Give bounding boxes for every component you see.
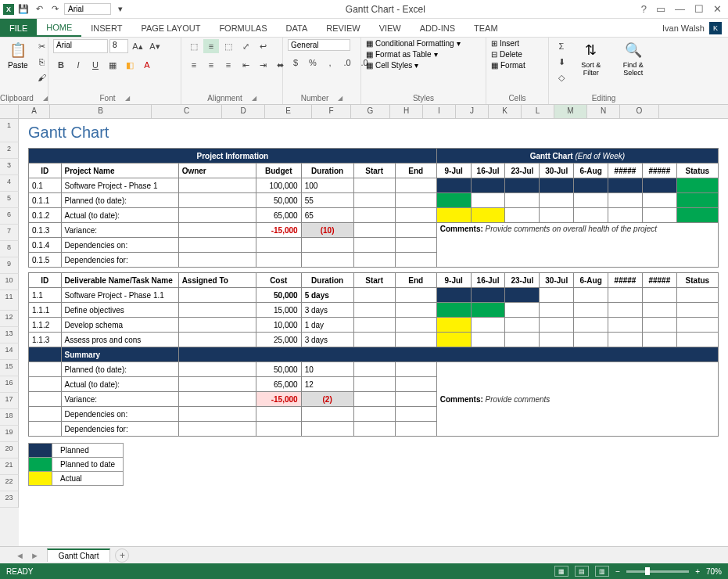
row-1[interactable]: 1	[0, 119, 19, 142]
clipboard-launcher[interactable]: ◢	[43, 95, 48, 102]
font-size-box[interactable]: 8	[109, 39, 128, 53]
table-row[interactable]: 1.1.1Define objectives 15,0003 days	[29, 303, 719, 318]
row-18[interactable]: 18	[0, 409, 19, 426]
zoom-out-icon[interactable]: −	[615, 567, 620, 576]
undo-icon[interactable]: ↶	[33, 3, 45, 16]
help-icon[interactable]: ?	[641, 3, 647, 15]
redo-icon[interactable]: ↷	[48, 3, 61, 16]
border-icon[interactable]: ▦	[105, 58, 120, 72]
indent-dec-icon[interactable]: ⇤	[238, 58, 253, 72]
paste-button[interactable]: 📋 Paste	[5, 39, 31, 71]
format-button[interactable]: ▦Format	[491, 61, 525, 70]
sheet-nav-next-icon[interactable]: ►	[30, 551, 39, 560]
row-11[interactable]: 11	[0, 290, 19, 311]
align-middle-icon[interactable]: ≡	[203, 39, 219, 53]
align-bottom-icon[interactable]: ⬚	[221, 39, 236, 53]
tab-page-layout[interactable]: PAGE LAYOUT	[131, 19, 210, 37]
tab-home[interactable]: HOME	[37, 19, 81, 37]
col-j[interactable]: J	[456, 105, 489, 118]
row-7[interactable]: 7	[0, 225, 19, 241]
maximize-icon[interactable]: ☐	[694, 3, 704, 15]
delete-button[interactable]: ⊟Delete	[491, 50, 522, 59]
tab-data[interactable]: DATA	[277, 19, 317, 37]
indent-inc-icon[interactable]: ⇥	[255, 58, 271, 72]
currency-icon[interactable]: $	[288, 56, 303, 70]
table-row[interactable]: 0.1.1Planned (to date): 50,00055	[29, 193, 719, 208]
sheet-tab-gantt[interactable]: Gantt Chart	[47, 548, 111, 562]
zoom-level[interactable]: 70%	[706, 567, 722, 576]
table-row[interactable]: 1.1Software Project - Phase 1.1 50,0005 …	[29, 288, 719, 303]
format-as-table-button[interactable]: ▦Format as Table▾	[366, 50, 438, 59]
col-m[interactable]: M	[554, 105, 587, 118]
format-painter-icon[interactable]: 🖌	[34, 70, 50, 85]
wrap-text-icon[interactable]: ↩	[255, 39, 271, 53]
table-row[interactable]: 0.1Software Project - Phase 1 100,000100	[29, 178, 719, 193]
row-20[interactable]: 20	[0, 442, 19, 459]
fill-color-icon[interactable]: ◧	[122, 58, 138, 72]
font-launcher[interactable]: ◢	[125, 95, 130, 102]
align-right-icon[interactable]: ≡	[221, 58, 236, 72]
table-row[interactable]: 1.1.2Develop schema 10,0001 day	[29, 318, 719, 333]
row-8[interactable]: 8	[0, 241, 19, 257]
font-name-box[interactable]: Arial	[53, 39, 108, 53]
row-10[interactable]: 10	[0, 274, 19, 290]
view-page-layout-icon[interactable]: ▤	[575, 566, 589, 577]
row-9[interactable]: 9	[0, 257, 19, 274]
row-13[interactable]: 13	[0, 327, 19, 343]
zoom-slider[interactable]	[626, 570, 689, 573]
tab-view[interactable]: VIEW	[370, 19, 411, 37]
shrink-font-icon[interactable]: A▾	[147, 39, 163, 53]
row-5[interactable]: 5	[0, 192, 19, 208]
tab-team[interactable]: TEAM	[464, 19, 507, 37]
row-17[interactable]: 17	[0, 393, 19, 409]
row-15[interactable]: 15	[0, 360, 19, 376]
chevron-down-icon[interactable]: ▾	[114, 3, 127, 16]
fill-icon[interactable]: ⬇	[554, 55, 569, 69]
col-i[interactable]: I	[423, 105, 456, 118]
col-l[interactable]: L	[522, 105, 554, 118]
table-row[interactable]: 0.1.2Actual (to date): 65,00065	[29, 208, 719, 223]
row-14[interactable]: 14	[0, 343, 19, 360]
row-3[interactable]: 3	[0, 159, 19, 175]
tab-formulas[interactable]: FORMULAS	[210, 19, 276, 37]
align-center-icon[interactable]: ≡	[203, 58, 219, 72]
underline-icon[interactable]: U	[88, 58, 103, 72]
copy-icon[interactable]: ⎘	[34, 55, 50, 69]
conditional-formatting-button[interactable]: ▦Conditional Formatting▾	[366, 39, 461, 48]
bold-icon[interactable]: B	[53, 58, 69, 72]
col-f[interactable]: F	[312, 105, 351, 118]
col-b[interactable]: B	[50, 105, 152, 118]
save-icon[interactable]: 💾	[17, 3, 30, 16]
qat-font-box[interactable]: Arial	[64, 3, 111, 15]
col-g[interactable]: G	[351, 105, 390, 118]
account-area[interactable]: Ivan Walsh K	[662, 19, 728, 37]
grid-content[interactable]: Gantt Chart Project Information Gantt Ch…	[19, 119, 728, 546]
alignment-launcher[interactable]: ◢	[252, 95, 256, 102]
col-k[interactable]: K	[489, 105, 522, 118]
col-o[interactable]: O	[620, 105, 659, 118]
font-color-icon[interactable]: A	[139, 58, 155, 72]
col-e[interactable]: E	[265, 105, 312, 118]
sheet-nav-prev-icon[interactable]: ◄	[16, 551, 24, 560]
zoom-in-icon[interactable]: +	[695, 567, 700, 576]
comma-icon[interactable]: ,	[322, 56, 338, 70]
inc-decimal-icon[interactable]: .0	[339, 56, 355, 70]
ribbon-options-icon[interactable]: ▭	[656, 3, 665, 15]
row-23[interactable]: 23	[0, 491, 19, 508]
add-sheet-button[interactable]: +	[115, 548, 129, 563]
number-launcher[interactable]: ◢	[338, 95, 342, 102]
clear-icon[interactable]: ◇	[554, 70, 569, 85]
row-16[interactable]: 16	[0, 376, 19, 393]
sort-filter-button[interactable]: ⇅ Sort & Filter	[572, 39, 610, 78]
table-row[interactable]: 0.1.3Variance: -15,000(10) Comments: Pro…	[29, 223, 719, 238]
cut-icon[interactable]: ✂	[34, 39, 50, 53]
insert-button[interactable]: ⊞Insert	[491, 39, 519, 48]
grow-font-icon[interactable]: A▴	[130, 39, 145, 53]
row-2[interactable]: 2	[0, 142, 19, 159]
tab-review[interactable]: REVIEW	[317, 19, 369, 37]
italic-icon[interactable]: I	[70, 58, 86, 72]
row-6[interactable]: 6	[0, 208, 19, 225]
align-left-icon[interactable]: ≡	[186, 58, 202, 72]
orientation-icon[interactable]: ⤢	[238, 39, 253, 53]
find-select-button[interactable]: 🔍 Find & Select	[613, 39, 654, 78]
